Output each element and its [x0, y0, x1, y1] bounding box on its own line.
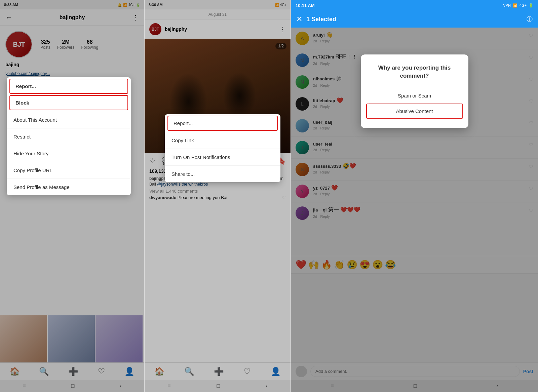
post-context-menu: Report... Copy Link Turn On Post Notific…	[165, 114, 280, 182]
comments-header-left: ✕ 1 Selected	[296, 15, 336, 24]
report-dialog-title: Why are you reporting this comment?	[369, 64, 460, 80]
spam-scam-option[interactable]: Spam or Scam	[369, 88, 460, 104]
left-panel: 8:38 AM 🔔 📶 4G+ 🔋 ← bajingphy ⋮ BJT 325 …	[0, 0, 145, 392]
right-status-bar: 10:11 AM VPN 📶 4G+ 🔋	[291, 0, 538, 11]
right-time: 10:11 AM	[296, 3, 315, 8]
post-report-option[interactable]: Report...	[167, 116, 278, 131]
report-dialog: Why are you reporting this comment? Spam…	[361, 54, 468, 128]
profile-context-menu: Report... Block About This Account Restr…	[7, 77, 131, 195]
post-overlay: Report... Copy Link Turn On Post Notific…	[145, 0, 291, 392]
abusive-content-option[interactable]: Abusive Content	[366, 104, 463, 119]
right-status-icons: VPN 📶 4G+ 🔋	[503, 3, 533, 8]
block-option[interactable]: Block	[9, 95, 128, 110]
report-option[interactable]: Report...	[9, 79, 128, 94]
selected-title: 1 Selected	[306, 16, 336, 23]
report-dialog-overlay: Why are you reporting this comment? Spam…	[291, 28, 538, 392]
about-account-option[interactable]: About This Account	[7, 112, 131, 128]
restrict-option[interactable]: Restrict	[7, 128, 131, 145]
comments-header: ✕ 1 Selected ⓘ	[291, 11, 538, 28]
copy-profile-url-option[interactable]: Copy Profile URL	[7, 162, 131, 179]
post-copy-link-option[interactable]: Copy Link	[165, 132, 280, 149]
right-panel: 10:11 AM VPN 📶 4G+ 🔋 ✕ 1 Selected ⓘ A ar…	[291, 0, 538, 392]
post-share-option[interactable]: Share to...	[165, 166, 280, 182]
context-menu-overlay: Report... Block About This Account Restr…	[0, 0, 144, 392]
info-button[interactable]: ⓘ	[527, 15, 533, 23]
close-comments-button[interactable]: ✕	[296, 15, 302, 24]
send-profile-message-option[interactable]: Send Profile as Message	[7, 179, 131, 195]
hide-story-option[interactable]: Hide Your Story	[7, 145, 131, 162]
middle-panel: 8:36 AM 📶 4G+ August 31 BJT bajingphy ⋮ …	[145, 0, 291, 392]
post-notifications-option[interactable]: Turn On Post Notifications	[165, 149, 280, 166]
